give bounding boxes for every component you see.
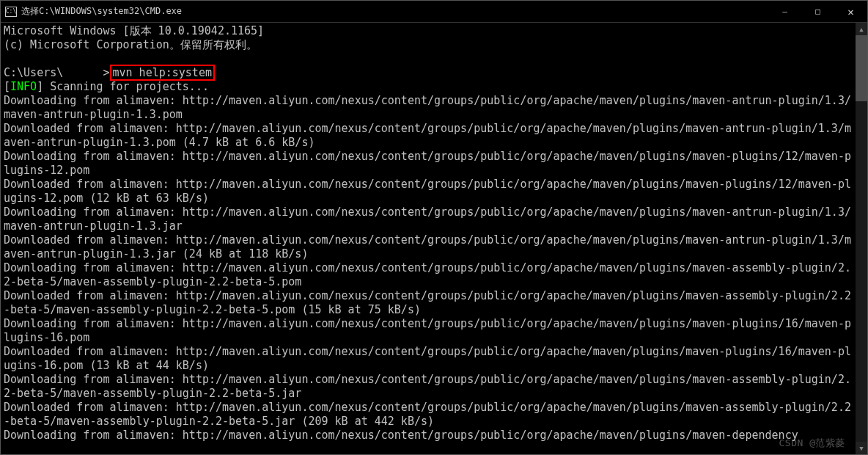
info-bracket-open: [	[4, 80, 10, 93]
version-line: Microsoft Windows [版本 10.0.19042.1165]	[4, 24, 264, 37]
output-line: Downloaded from alimaven: http://maven.a…	[4, 233, 851, 261]
output-line: Downloaded from alimaven: http://maven.a…	[4, 178, 851, 205]
window-title: 选择C:\WINDOWS\system32\CMD.exe	[21, 5, 768, 18]
output-line: Downloaded from alimaven: http://maven.a…	[4, 401, 851, 428]
output-line: Downloading from alimaven: http://maven.…	[4, 317, 851, 344]
scroll-thumb[interactable]	[856, 35, 867, 101]
output-line: Downloading from alimaven: http://maven.…	[4, 150, 851, 177]
prompt-user: >	[63, 66, 109, 79]
info-scanning: ] Scanning for projects...	[37, 80, 209, 93]
titlebar[interactable]: C:\ 选择C:\WINDOWS\system32\CMD.exe — □ ✕	[1, 1, 867, 23]
maximize-button[interactable]: □	[801, 1, 834, 22]
output-line: Downloaded from alimaven: http://maven.a…	[4, 289, 851, 316]
watermark: CSDN @范紫菱	[779, 437, 845, 450]
window-buttons: — □ ✕	[768, 1, 867, 22]
output-line: Downloading from alimaven: http://maven.…	[4, 261, 851, 288]
vertical-scrollbar[interactable]: ▲ ▼	[856, 23, 867, 454]
close-button[interactable]: ✕	[834, 1, 867, 22]
output-line: Downloaded from alimaven: http://maven.a…	[4, 122, 851, 149]
scroll-track[interactable]	[856, 35, 867, 442]
terminal-output[interactable]: Microsoft Windows [版本 10.0.19042.1165] (…	[1, 23, 856, 454]
minimize-button[interactable]: —	[768, 1, 801, 22]
output-line: Downloading from alimaven: http://maven.…	[4, 429, 798, 442]
command-highlight: mvn help:system	[110, 65, 215, 81]
copyright-line: (c) Microsoft Corporation。保留所有权利。	[4, 38, 257, 51]
scroll-up-arrow[interactable]: ▲	[856, 23, 867, 35]
prompt-path: C:\Users\	[4, 66, 63, 79]
output-line: Downloaded from alimaven: http://maven.a…	[4, 345, 851, 372]
output-line: Downloading from alimaven: http://maven.…	[4, 94, 851, 121]
output-line: Downloading from alimaven: http://maven.…	[4, 205, 851, 233]
output-line: Downloading from alimaven: http://maven.…	[4, 373, 851, 400]
cmd-icon: C:\	[5, 7, 17, 17]
cmd-window: C:\ 选择C:\WINDOWS\system32\CMD.exe — □ ✕ …	[0, 0, 868, 455]
info-tag: INFO	[10, 80, 37, 93]
terminal-area[interactable]: Microsoft Windows [版本 10.0.19042.1165] (…	[1, 23, 867, 454]
scroll-down-arrow[interactable]: ▼	[856, 442, 867, 454]
